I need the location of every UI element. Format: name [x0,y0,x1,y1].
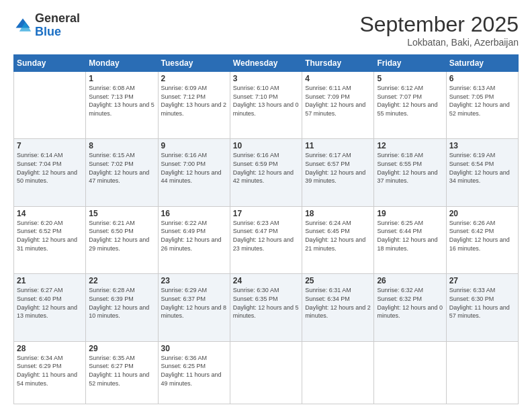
day-number: 1 [89,74,154,83]
day-cell: 9Sunrise: 6:16 AMSunset: 7:00 PMDaylight… [158,139,230,206]
day-info: Sunrise: 6:35 AMSunset: 6:27 PMDaylight:… [89,354,154,387]
day-number: 30 [161,344,227,353]
day-cell: 24Sunrise: 6:30 AMSunset: 6:35 PMDayligh… [230,274,302,341]
day-number: 25 [305,276,371,285]
day-info: Sunrise: 6:24 AMSunset: 6:45 PMDaylight:… [305,219,371,253]
week-row-3: 14Sunrise: 6:20 AMSunset: 6:52 PMDayligh… [14,206,519,273]
day-cell: 23Sunrise: 6:29 AMSunset: 6:37 PMDayligh… [158,274,230,341]
day-cell: 5Sunrise: 6:12 AMSunset: 7:07 PMDaylight… [374,72,446,139]
day-info: Sunrise: 6:18 AMSunset: 6:55 PMDaylight:… [377,151,443,185]
day-cell: 29Sunrise: 6:35 AMSunset: 6:27 PMDayligh… [86,341,158,404]
day-number: 26 [377,276,443,285]
day-info: Sunrise: 6:15 AMSunset: 7:02 PMDaylight:… [89,151,154,185]
day-number: 13 [449,141,515,150]
day-info: Sunrise: 6:10 AMSunset: 7:10 PMDaylight:… [233,84,299,118]
logo-text: General Blue [35,12,80,39]
week-row-4: 21Sunrise: 6:27 AMSunset: 6:40 PMDayligh… [14,274,519,341]
day-info: Sunrise: 6:27 AMSunset: 6:40 PMDaylight:… [17,286,83,320]
day-cell: 10Sunrise: 6:16 AMSunset: 6:59 PMDayligh… [230,139,302,206]
day-cell: 14Sunrise: 6:20 AMSunset: 6:52 PMDayligh… [14,206,86,273]
day-info: Sunrise: 6:32 AMSunset: 6:32 PMDaylight:… [377,286,443,320]
week-row-2: 7Sunrise: 6:14 AMSunset: 7:04 PMDaylight… [14,139,519,206]
logo-blue: Blue [35,25,61,38]
location: Lokbatan, Baki, Azerbaijan [359,37,519,48]
weekday-header-monday: Monday [86,55,158,72]
day-info: Sunrise: 6:16 AMSunset: 7:00 PMDaylight:… [161,151,227,185]
weekday-header-sunday: Sunday [14,55,86,72]
day-cell: 20Sunrise: 6:26 AMSunset: 6:42 PMDayligh… [446,206,518,273]
day-cell [374,341,446,404]
day-number: 28 [17,344,83,353]
day-cell: 26Sunrise: 6:32 AMSunset: 6:32 PMDayligh… [374,274,446,341]
day-number: 21 [17,276,83,285]
logo-general: General [35,11,80,25]
day-number: 24 [233,276,299,285]
day-cell: 13Sunrise: 6:19 AMSunset: 6:54 PMDayligh… [446,139,518,206]
day-number: 27 [449,276,515,285]
day-info: Sunrise: 6:34 AMSunset: 6:29 PMDaylight:… [17,354,83,387]
day-cell: 30Sunrise: 6:36 AMSunset: 6:25 PMDayligh… [158,341,230,404]
day-number: 16 [161,209,227,218]
day-cell: 19Sunrise: 6:25 AMSunset: 6:44 PMDayligh… [374,206,446,273]
weekday-header-friday: Friday [374,55,446,72]
day-cell: 22Sunrise: 6:28 AMSunset: 6:39 PMDayligh… [86,274,158,341]
day-info: Sunrise: 6:19 AMSunset: 6:54 PMDaylight:… [449,151,515,185]
logo: General Blue [13,12,80,39]
month-title: September 2025 [359,12,519,37]
day-info: Sunrise: 6:20 AMSunset: 6:52 PMDaylight:… [17,219,83,253]
day-cell: 21Sunrise: 6:27 AMSunset: 6:40 PMDayligh… [14,274,86,341]
day-cell: 1Sunrise: 6:08 AMSunset: 7:13 PMDaylight… [86,72,158,139]
day-number: 19 [377,209,443,218]
day-info: Sunrise: 6:29 AMSunset: 6:37 PMDaylight:… [161,286,227,320]
calendar-table: SundayMondayTuesdayWednesdayThursdayFrid… [13,54,519,404]
day-cell: 16Sunrise: 6:22 AMSunset: 6:49 PMDayligh… [158,206,230,273]
day-info: Sunrise: 6:13 AMSunset: 7:05 PMDaylight:… [449,84,515,118]
day-cell: 8Sunrise: 6:15 AMSunset: 7:02 PMDaylight… [86,139,158,206]
weekday-header-tuesday: Tuesday [158,55,230,72]
day-number: 23 [161,276,227,285]
day-cell: 4Sunrise: 6:11 AMSunset: 7:09 PMDaylight… [302,72,374,139]
day-info: Sunrise: 6:25 AMSunset: 6:44 PMDaylight:… [377,219,443,253]
weekday-header-saturday: Saturday [446,55,518,72]
day-info: Sunrise: 6:30 AMSunset: 6:35 PMDaylight:… [233,286,299,320]
day-cell [14,72,86,139]
day-number: 12 [377,141,443,150]
day-info: Sunrise: 6:28 AMSunset: 6:39 PMDaylight:… [89,286,154,320]
weekday-header-wednesday: Wednesday [230,55,302,72]
day-cell [230,341,302,404]
day-cell: 18Sunrise: 6:24 AMSunset: 6:45 PMDayligh… [302,206,374,273]
day-number: 20 [449,209,515,218]
day-number: 18 [305,209,371,218]
title-block: September 2025 Lokbatan, Baki, Azerbaija… [359,12,519,48]
day-cell: 7Sunrise: 6:14 AMSunset: 7:04 PMDaylight… [14,139,86,206]
day-cell: 17Sunrise: 6:23 AMSunset: 6:47 PMDayligh… [230,206,302,273]
day-number: 9 [161,141,227,150]
day-number: 2 [161,74,227,83]
day-info: Sunrise: 6:26 AMSunset: 6:42 PMDaylight:… [449,219,515,253]
day-info: Sunrise: 6:36 AMSunset: 6:25 PMDaylight:… [161,354,227,387]
day-number: 22 [89,276,154,285]
logo-icon [13,16,32,35]
day-number: 4 [305,74,371,83]
day-info: Sunrise: 6:22 AMSunset: 6:49 PMDaylight:… [161,219,227,253]
day-info: Sunrise: 6:31 AMSunset: 6:34 PMDaylight:… [305,286,371,320]
day-info: Sunrise: 6:11 AMSunset: 7:09 PMDaylight:… [305,84,371,118]
day-number: 6 [449,74,515,83]
day-cell: 27Sunrise: 6:33 AMSunset: 6:30 PMDayligh… [446,274,518,341]
day-cell: 15Sunrise: 6:21 AMSunset: 6:50 PMDayligh… [86,206,158,273]
day-number: 29 [89,344,154,353]
day-info: Sunrise: 6:33 AMSunset: 6:30 PMDaylight:… [449,286,515,320]
day-number: 17 [233,209,299,218]
day-info: Sunrise: 6:08 AMSunset: 7:13 PMDaylight:… [89,84,154,118]
day-cell: 3Sunrise: 6:10 AMSunset: 7:10 PMDaylight… [230,72,302,139]
day-info: Sunrise: 6:14 AMSunset: 7:04 PMDaylight:… [17,151,83,185]
day-info: Sunrise: 6:23 AMSunset: 6:47 PMDaylight:… [233,219,299,253]
week-row-5: 28Sunrise: 6:34 AMSunset: 6:29 PMDayligh… [14,341,519,404]
day-number: 15 [89,209,154,218]
header: General Blue September 2025 Lokbatan, Ba… [13,12,519,48]
week-row-1: 1Sunrise: 6:08 AMSunset: 7:13 PMDaylight… [14,72,519,139]
day-info: Sunrise: 6:12 AMSunset: 7:07 PMDaylight:… [377,84,443,118]
day-cell: 11Sunrise: 6:17 AMSunset: 6:57 PMDayligh… [302,139,374,206]
weekday-header-thursday: Thursday [302,55,374,72]
day-number: 11 [305,141,371,150]
